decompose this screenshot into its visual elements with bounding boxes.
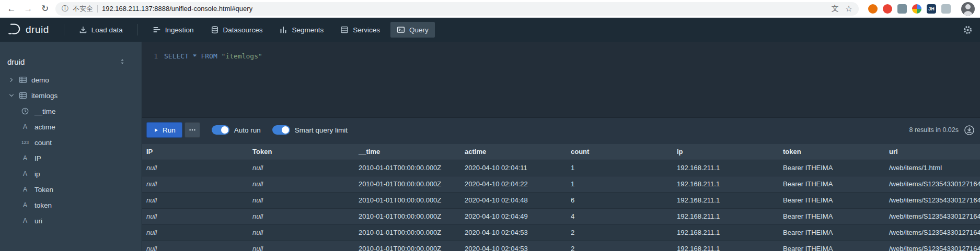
url-text: 192.168.211.137:8888/unified-console.htm… <box>102 5 252 13</box>
query-toolbar: Run Auto run Smart query limit 8 results… <box>142 118 980 142</box>
sidebar-header: druid <box>0 54 142 69</box>
column-header[interactable]: actime <box>460 144 567 160</box>
table-cell: Bearer ITHEIMA <box>779 176 885 192</box>
nav-item-label: Services <box>353 26 380 34</box>
nav-item-query[interactable]: Query <box>390 22 435 38</box>
brand-text: druid <box>26 24 49 35</box>
nav-item-label: Segments <box>292 26 324 34</box>
results-area: IPToken__timeactimecountiptokenuri nulln… <box>142 144 980 251</box>
tree-column-item[interactable]: AToken <box>0 182 142 197</box>
table-row[interactable]: nullnull2010-01-01T00:00:00.000Z2020-04-… <box>142 208 980 224</box>
extension-gray[interactable] <box>941 4 951 14</box>
string-icon: A <box>21 217 29 224</box>
column-header[interactable]: ip <box>673 144 779 160</box>
chevron-right-icon[interactable] <box>8 77 15 83</box>
results-info: 8 results in 0.02s <box>909 126 959 134</box>
table-cell: Bearer ITHEIMA <box>779 241 885 251</box>
table-row[interactable]: nullnull2010-01-01T00:00:00.000Z2020-04-… <box>142 224 980 241</box>
sql-editor[interactable]: 1 SELECT * FROM "itemlogs" <box>142 42 980 118</box>
translate-icon[interactable]: 文 <box>832 4 839 14</box>
back-icon[interactable]: ← <box>5 4 18 14</box>
smart-query-limit-toggle[interactable]: Smart query limit <box>272 125 348 135</box>
tree-column-item[interactable]: Aip <box>0 166 142 182</box>
column-header[interactable]: __time <box>354 144 460 160</box>
toggle-knob <box>221 126 228 134</box>
table-cell: 4 <box>567 208 673 224</box>
tree-column-item[interactable]: __time <box>0 103 142 119</box>
nav-item-services[interactable]: Services <box>334 22 386 38</box>
tree-item-label: token <box>34 201 52 209</box>
table-icon <box>19 76 27 84</box>
forward-icon[interactable]: → <box>22 4 34 14</box>
table-cell: 2010-01-01T00:00:00.000Z <box>354 208 460 224</box>
table-cell: /web/items/S12354330127164985 <box>885 208 980 224</box>
nav-item-datasources[interactable]: Datasources <box>204 22 269 38</box>
druid-brand[interactable]: druid <box>7 22 49 38</box>
more-icon <box>189 126 196 134</box>
extension-orange[interactable] <box>868 4 878 14</box>
column-header[interactable]: Token <box>248 144 354 160</box>
table-cell: null <box>248 176 354 192</box>
table-cell: 2010-01-01T00:00:00.000Z <box>354 160 460 176</box>
info-icon[interactable]: ⓘ <box>62 4 68 14</box>
gear-icon[interactable] <box>963 25 973 35</box>
smart-query-limit-label: Smart query limit <box>295 126 348 134</box>
tree-datasource-item[interactable]: itemlogs <box>0 88 142 103</box>
extension-red[interactable] <box>883 4 892 14</box>
table-cell: 2 <box>567 241 673 251</box>
table-cell: 2 <box>567 224 673 241</box>
download-icon[interactable] <box>964 125 975 136</box>
tree-column-item[interactable]: 123count <box>0 135 142 150</box>
table-row[interactable]: nullnull2010-01-01T00:00:00.000Z2020-04-… <box>142 192 980 208</box>
time-icon <box>21 107 29 115</box>
table-cell: 192.168.211.1 <box>673 224 779 241</box>
screen: ← → ↻ ⓘ 不安全 192.168.211.137:8888/unified… <box>0 0 980 251</box>
table-cell: 2010-01-01T00:00:00.000Z <box>354 224 460 241</box>
auto-run-toggle[interactable]: Auto run <box>212 125 261 135</box>
chevron-down-icon[interactable] <box>8 92 15 99</box>
string-icon: A <box>21 170 29 177</box>
table-cell: Bearer ITHEIMA <box>779 224 885 241</box>
bookmark-star-icon[interactable]: ☆ <box>845 4 852 14</box>
tree-column-item[interactable]: AIP <box>0 150 142 166</box>
datasource-tree: demoitemlogs__timeAactime123countAIPAipA… <box>0 72 142 229</box>
nav-item-segments[interactable]: Segments <box>273 22 330 38</box>
table-cell: /web/items/S12354330127164985 <box>885 224 980 241</box>
nav-item-label: Ingestion <box>165 26 194 34</box>
double-caret-sort-icon[interactable] <box>119 58 126 65</box>
tree-datasource-item[interactable]: demo <box>0 72 142 88</box>
tree-column-item[interactable]: Atoken <box>0 197 142 213</box>
address-bar[interactable]: ⓘ 不安全 192.168.211.137:8888/unified-conso… <box>55 2 859 16</box>
refresh-icon[interactable]: ↻ <box>39 3 51 14</box>
extension-printer[interactable] <box>897 4 907 14</box>
extensions-area: JH <box>863 4 951 14</box>
toggle-knob <box>282 126 289 134</box>
table-cell: 2020-04-10 02:04:22 <box>460 176 567 192</box>
table-cell: 192.168.211.1 <box>673 192 779 208</box>
security-label: 不安全 <box>73 4 93 14</box>
extension-pinwheel[interactable] <box>912 4 921 14</box>
more-button[interactable] <box>185 122 200 138</box>
nav-divider <box>64 24 64 35</box>
column-header[interactable]: IP <box>142 144 248 160</box>
table-cell: null <box>142 241 248 251</box>
column-header[interactable]: count <box>567 144 673 160</box>
column-header[interactable]: token <box>779 144 885 160</box>
tree-column-item[interactable]: Aactime <box>0 119 142 135</box>
table-row[interactable]: nullnull2010-01-01T00:00:00.000Z2020-04-… <box>142 176 980 192</box>
nav-item-ingestion[interactable]: Ingestion <box>146 22 200 38</box>
avatar[interactable] <box>961 2 975 16</box>
column-header[interactable]: uri <box>885 144 980 160</box>
table-row[interactable]: nullnull2010-01-01T00:00:00.000Z2020-04-… <box>142 160 980 176</box>
table-cell: null <box>248 208 354 224</box>
table-cell: 1 <box>567 160 673 176</box>
table-icon <box>19 91 27 100</box>
tree-column-item[interactable]: Auri <box>0 213 142 229</box>
table-row[interactable]: nullnull2010-01-01T00:00:00.000Z2020-04-… <box>142 241 980 251</box>
extension-jh-badge[interactable]: JH <box>927 4 936 14</box>
tree-item-label: ip <box>34 170 40 178</box>
tree-item-label: Token <box>34 186 53 194</box>
table-cell: null <box>142 208 248 224</box>
nav-item-load-data[interactable]: Load data <box>73 22 129 38</box>
run-button[interactable]: Run <box>146 122 182 138</box>
